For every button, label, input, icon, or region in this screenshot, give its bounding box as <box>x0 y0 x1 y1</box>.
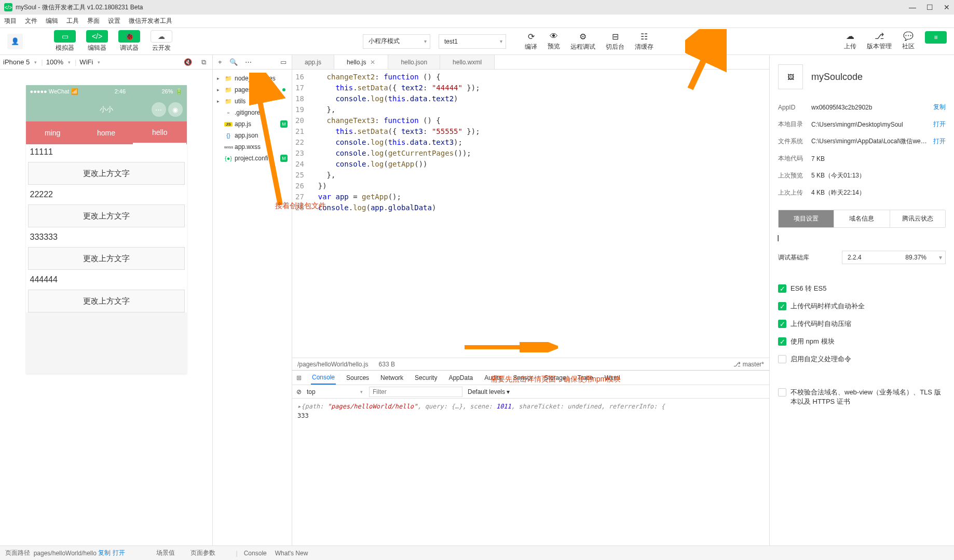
menu-文件[interactable]: 文件 <box>25 17 37 25</box>
file-tab-hello.json[interactable]: hello.json <box>388 55 440 69</box>
checkbox[interactable] <box>778 355 786 363</box>
check-row[interactable]: 启用自定义处理命令 <box>778 350 946 368</box>
collapse-icon[interactable]: ▭ <box>280 58 287 66</box>
mute-icon[interactable]: 🔇 <box>181 58 195 66</box>
maximize-button[interactable]: ☐ <box>926 3 933 11</box>
git-branch[interactable]: master* <box>743 361 764 368</box>
file-tab-hello.wxml[interactable]: hello.wxml <box>440 55 495 69</box>
devtools-tab-console[interactable]: Console <box>311 371 336 385</box>
details-button[interactable]: ≡ <box>925 31 947 52</box>
context-select[interactable]: top <box>307 388 364 395</box>
cloud-button[interactable]: ☁云开发 <box>151 30 172 52</box>
menu-项目[interactable]: 项目 <box>4 17 17 25</box>
bottom-tab-whatsnew[interactable]: What's New <box>275 550 308 557</box>
change-text-button[interactable]: 更改上方文字 <box>28 162 185 185</box>
file-tab-hello.js[interactable]: hello.js✕ <box>334 55 388 69</box>
devtools-tab-wxml[interactable]: Wxml <box>604 371 621 385</box>
upload-button[interactable]: ☁上传 <box>844 31 856 52</box>
avatar[interactable]: 👤 <box>7 34 23 49</box>
filter-input[interactable] <box>369 387 462 397</box>
tree-item-app.js[interactable]: JSapp.jsM <box>213 118 292 130</box>
clear-console-icon[interactable]: ⊘ <box>296 388 302 395</box>
menu-界面[interactable]: 界面 <box>87 17 100 25</box>
levels-select[interactable]: Default levels ▾ <box>468 388 510 395</box>
tree-item-app.json[interactable]: {}app.json <box>213 130 292 141</box>
close-tab-icon[interactable]: ✕ <box>370 59 375 66</box>
community-button[interactable]: 💬社区 <box>902 31 915 52</box>
phone-tab-ming[interactable]: ming <box>26 121 79 144</box>
baselib-select[interactable]: 2.2.4 89.37% <box>842 251 946 264</box>
checkbox[interactable] <box>778 388 786 397</box>
info-row: 本地代码7 KB <box>778 150 946 167</box>
more-icon[interactable]: ⋯ <box>245 58 252 66</box>
open-link[interactable]: 打开 <box>113 549 125 557</box>
phone-menu-icon[interactable]: ⋯ <box>152 102 166 117</box>
bottom-tab-console[interactable]: Console <box>244 550 267 557</box>
checkbox[interactable]: ✓ <box>778 320 786 328</box>
check-row[interactable]: ✓ES6 转 ES5 <box>778 280 946 297</box>
devtools-tab-sensor[interactable]: Sensor <box>512 371 534 385</box>
info-link[interactable]: 打开 <box>933 137 946 146</box>
tree-item-pages[interactable]: ▸📁pages <box>213 84 292 95</box>
devtools-tab-security[interactable]: Security <box>414 371 438 385</box>
change-text-button[interactable]: 更改上方文字 <box>28 247 185 270</box>
checkbox[interactable]: ✓ <box>778 284 786 293</box>
phone-tab-home[interactable]: home <box>79 121 133 144</box>
add-file-icon[interactable]: + <box>218 58 222 66</box>
file-tab-app.js[interactable]: app.js <box>292 55 334 69</box>
debugger-button[interactable]: 🐞调试器 <box>118 30 140 52</box>
simulator-button[interactable]: ▭模拟器 <box>54 30 76 52</box>
compile-button[interactable]: ⟳编译 <box>525 32 537 51</box>
tree-item-project.confi[interactable]: {●}project.confiM <box>213 153 292 164</box>
checkbox[interactable]: ✓ <box>778 302 786 310</box>
detail-tab-2[interactable]: 腾讯云状态 <box>890 210 945 227</box>
device-select[interactable]: iPhone 5 <box>3 58 38 66</box>
version-button[interactable]: ⎇版本管理 <box>867 31 892 52</box>
devtools-tab-storage[interactable]: Storage <box>543 371 567 385</box>
menu-微信开发者工具[interactable]: 微信开发者工具 <box>129 17 172 25</box>
change-text-button[interactable]: 更改上方文字 <box>28 204 185 227</box>
instance-select[interactable]: test1 <box>439 34 506 49</box>
code-editor[interactable]: 16171819202122232425262728 changeText2: … <box>292 70 769 358</box>
preview-button[interactable]: 👁预览 <box>548 32 560 51</box>
phone-tab-hello[interactable]: hello <box>133 121 186 144</box>
info-link[interactable]: 复制 <box>933 103 946 112</box>
menu-设置[interactable]: 设置 <box>108 17 120 25</box>
minimize-button[interactable]: — <box>909 3 916 11</box>
background-button[interactable]: ⊟切后台 <box>606 32 624 51</box>
tree-item-utils[interactable]: ▸📁utils <box>213 95 292 107</box>
info-link[interactable]: 打开 <box>933 120 946 129</box>
checkbox[interactable]: ✓ <box>778 337 786 346</box>
devtools-tab-audits[interactable]: Audits <box>483 371 502 385</box>
detail-tab-0[interactable]: 项目设置 <box>779 210 834 227</box>
change-text-button[interactable]: 更改上方文字 <box>28 290 185 312</box>
devtools-tab-trace[interactable]: Trace <box>577 371 594 385</box>
devtools-dock-icon[interactable]: ⊞ <box>296 374 302 381</box>
zoom-select[interactable]: 100% <box>46 58 72 66</box>
phone-target-icon[interactable]: ◉ <box>168 102 183 117</box>
popout-icon[interactable]: ⧉ <box>198 58 209 66</box>
tree-item-app.wxss[interactable]: wxssapp.wxss <box>213 141 292 153</box>
check-row[interactable]: ✓使用 npm 模块 <box>778 333 946 350</box>
remote-button[interactable]: ⚙远程调试 <box>570 32 595 51</box>
check-row[interactable]: 不校验合法域名、web-view（业务域名）、TLS 版本以及 HTTPS 证书 <box>778 384 946 411</box>
tree-item-node_modules[interactable]: ▸📁node_modules <box>213 73 292 84</box>
devtools-tab-appdata[interactable]: AppData <box>447 371 474 385</box>
devtools-tab-network[interactable]: Network <box>379 371 404 385</box>
search-icon[interactable]: 🔍 <box>229 58 238 66</box>
tree-item-.gitignore[interactable]: ▫.gitignore <box>213 107 292 118</box>
content-text: 11111 <box>26 144 187 160</box>
check-row[interactable]: ✓上传代码时样式自动补全 <box>778 297 946 315</box>
menu-工具[interactable]: 工具 <box>66 17 79 25</box>
clearcache-button[interactable]: ☷清缓存 <box>635 32 653 51</box>
network-select[interactable]: WiFi <box>79 58 101 66</box>
detail-tab-1[interactable]: 域名信息 <box>834 210 890 227</box>
editor-button[interactable]: </>编辑器 <box>86 30 108 52</box>
copy-link[interactable]: 复制 <box>98 549 111 557</box>
mode-select[interactable]: 小程序模式 <box>363 34 430 49</box>
close-button[interactable]: ✕ <box>944 3 950 11</box>
check-row[interactable]: ✓上传代码时自动压缩 <box>778 315 946 333</box>
devtools-tab-sources[interactable]: Sources <box>345 371 370 385</box>
menu-编辑[interactable]: 编辑 <box>46 17 58 25</box>
page-path: pages/helloWorld/hello <box>34 550 97 557</box>
